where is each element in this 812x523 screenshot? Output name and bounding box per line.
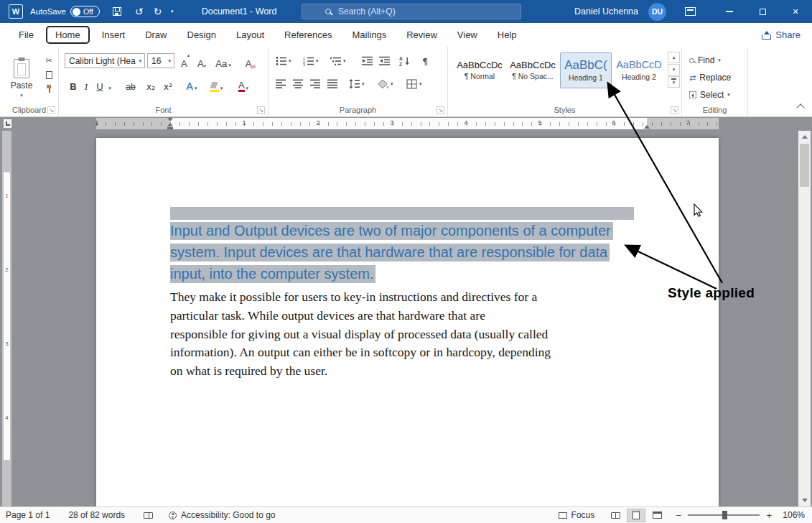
zoom-slider[interactable] [688,514,760,516]
shading-button[interactable]: ▾ [378,76,393,92]
shrink-font-button[interactable]: A▾ [195,53,209,69]
scrollbar-thumb[interactable] [800,144,809,187]
styles-more-button[interactable]: ▾ [668,76,680,88]
clipboard-dialog-launcher[interactable]: ↘ [47,106,55,114]
maximize-button[interactable] [746,0,779,23]
word-count[interactable]: 28 of 82 words [68,510,125,520]
numbering-button[interactable]: 123 ▾ [303,53,319,69]
justify-button[interactable] [327,76,339,92]
right-indent-marker[interactable] [644,125,650,129]
copy-button[interactable] [42,68,56,81]
strikethrough-button[interactable]: ab [123,76,138,92]
style-no-spacing[interactable]: AaBbCcDc ¶ No Spac... [507,52,559,88]
align-left-button[interactable] [276,76,287,92]
bold-button[interactable]: B [67,76,79,92]
styles-dialog-launcher[interactable]: ↘ [671,106,678,114]
web-layout-button[interactable] [648,509,666,522]
scroll-down-icon[interactable] [802,499,808,502]
increase-indent-button[interactable] [379,53,391,69]
tab-view[interactable]: View [447,23,487,47]
ribbon-display-options-icon[interactable] [685,7,696,16]
left-indent-marker[interactable] [167,127,173,129]
paragraph-dialog-launcher[interactable]: ↘ [437,106,444,114]
word-app-icon[interactable] [9,4,23,19]
document-page[interactable]: Input and Output devices are two of majo… [96,138,719,506]
tab-file[interactable]: File [9,23,44,47]
borders-button[interactable]: ▾ [406,76,422,92]
font-name-combobox[interactable]: Calibri Light (Hea ▾ [65,53,145,68]
heading-line[interactable]: input, into the computer system. [170,263,647,284]
find-button[interactable]: Find ▾ [689,52,721,68]
styles-scroll-down-button[interactable]: ▾ [668,64,680,75]
vertical-ruler[interactable]: 1 2 3 4 [2,131,11,506]
redo-button[interactable]: ↻ [149,6,167,17]
zoom-in-button[interactable]: + [762,510,775,521]
avatar[interactable]: DU [648,3,666,21]
user-name[interactable]: Daniel Uchenna [574,6,638,17]
close-button[interactable]: ✕ [779,0,812,23]
tab-draw[interactable]: Draw [135,23,177,47]
subscript-button[interactable]: x₂ [144,76,158,92]
clear-formatting-button[interactable]: A [243,53,258,69]
accessibility-status[interactable]: Accessibility: Good to go [181,510,275,520]
tab-selector[interactable] [3,119,12,129]
sort-button[interactable]: AZ [399,53,411,69]
tab-help[interactable]: Help [487,23,527,47]
tab-mailings[interactable]: Mailings [342,23,397,47]
highlight-color-button[interactable]: ▾ [207,76,225,92]
multilevel-list-button[interactable]: ▾ [330,53,346,69]
print-layout-button[interactable] [627,509,645,522]
tab-references[interactable]: References [274,23,342,47]
decrease-indent-button[interactable] [362,53,373,69]
save-icon[interactable] [113,7,121,16]
italic-button[interactable]: I [82,76,90,92]
style-heading2[interactable]: AaBbCcD Heading 2 [613,52,665,88]
replace-button[interactable]: ⇄ Replace [689,70,731,85]
minimize-button[interactable] [713,0,746,23]
tab-design[interactable]: Design [177,23,226,47]
tab-home[interactable]: Home [46,26,90,44]
bullets-button[interactable]: ▾ [276,53,291,69]
paste-button[interactable]: Paste ▾ [4,51,39,106]
show-hide-marks-button[interactable]: ¶ [422,53,428,69]
scroll-up-icon[interactable] [802,135,808,139]
body-paragraph[interactable]: They make it possible for users to key-i… [170,288,647,381]
collapse-ribbon-button[interactable] [796,103,804,111]
line-spacing-button[interactable]: ▾ [349,76,365,92]
autosave-toggle[interactable]: Off [70,6,100,17]
grow-font-button[interactable]: A▴ [178,53,192,69]
search-input[interactable] [338,6,503,17]
quick-access-chevron-icon[interactable]: ▾ [167,9,177,14]
font-size-combobox[interactable]: 16 ▾ [147,53,174,68]
tab-review[interactable]: Review [396,23,447,47]
align-center-button[interactable] [293,76,304,92]
tab-insert[interactable]: Insert [92,23,136,47]
font-dialog-launcher[interactable]: ↘ [257,106,265,114]
align-right-button[interactable] [310,76,322,92]
styles-scroll-up-button[interactable]: ▴ [668,52,680,63]
format-painter-button[interactable] [42,83,56,96]
horizontal-ruler[interactable]: 1 1 2 3 4 5 6 7 [96,118,719,129]
underline-button[interactable]: U [95,76,105,92]
font-color-button[interactable]: A▾ [234,76,253,92]
zoom-out-button[interactable]: − [672,510,685,521]
superscript-button[interactable]: x² [161,76,175,92]
share-button[interactable]: Share [762,29,801,40]
select-button[interactable]: Select ▾ [689,87,730,103]
focus-button[interactable]: Focus [571,510,595,520]
text-effects-button[interactable]: A▾ [182,76,201,92]
change-case-button[interactable]: Aa▾ [214,53,233,69]
zoom-level[interactable]: 106% [783,510,805,520]
vertical-scrollbar[interactable] [798,131,811,506]
proofing-icon[interactable] [144,512,153,519]
undo-button[interactable]: ↺ [130,6,149,17]
tab-layout[interactable]: Layout [226,23,274,47]
first-line-indent-marker[interactable] [167,118,173,121]
underline-chevron-icon[interactable]: ▾ [106,76,113,92]
style-normal[interactable]: AaBbCcDc ¶ Normal [454,52,505,88]
heading-line[interactable]: Input and Output devices are two of majo… [170,220,647,241]
search-box[interactable] [302,4,521,19]
zoom-slider-thumb[interactable] [722,511,727,519]
read-mode-button[interactable] [606,509,625,522]
hanging-indent-marker[interactable] [167,123,173,126]
